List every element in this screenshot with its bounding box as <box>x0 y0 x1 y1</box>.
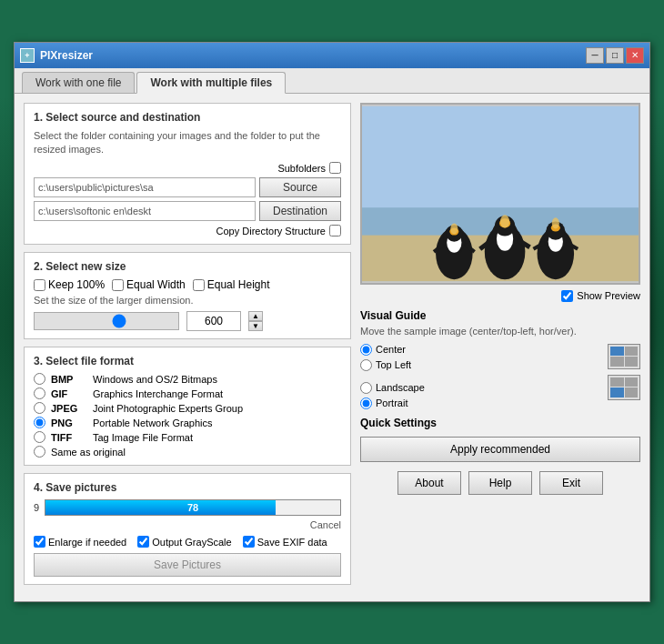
grayscale-item: Output GrayScale <box>137 536 231 548</box>
format-jpeg: JPEG Joint Photographic Experts Group <box>34 402 341 414</box>
copy-dir-row: Copy Directory Structure <box>34 225 341 236</box>
apply-recommended-button[interactable]: Apply recommended <box>360 437 640 462</box>
position-center: Center <box>360 344 599 356</box>
help-button[interactable]: Help <box>468 471 532 495</box>
radio-same[interactable] <box>34 446 45 458</box>
equal-height-group: Equal Height <box>193 278 270 291</box>
radio-bmp[interactable] <box>34 373 45 385</box>
tabs-bar: Work with one file Work with multiple fi… <box>15 68 649 94</box>
visual-guide-title: Visual Guide <box>360 309 640 322</box>
show-preview-checkbox[interactable] <box>561 290 573 302</box>
format-tiff: TIFF Tag Image File Format <box>34 431 341 443</box>
subfolders-label: Subfolders <box>277 163 326 174</box>
subfolders-row: Subfolders <box>34 162 341 174</box>
svg-point-25 <box>500 215 509 227</box>
center-label: Center <box>376 344 406 355</box>
close-button[interactable]: ✕ <box>626 47 644 64</box>
source-input[interactable] <box>34 177 256 197</box>
format-same: Same as original <box>34 446 341 458</box>
vg-options: Center Top Left Landscape <box>360 344 640 409</box>
format-gif: GIF Graphics Interchange Format <box>34 387 341 399</box>
progress-left-num: 9 <box>34 502 39 513</box>
progress-bar: 78 <box>45 499 341 516</box>
size-slider[interactable] <box>34 312 179 330</box>
radio-portrait[interactable] <box>360 397 372 409</box>
grid-cell <box>625 357 639 367</box>
destination-input[interactable] <box>34 201 256 221</box>
svg-point-24 <box>450 223 458 234</box>
exit-button[interactable]: Exit <box>539 471 603 495</box>
format-options: BMP Windows and OS/2 Bitmaps GIF Graphic… <box>34 373 341 458</box>
radio-jpeg[interactable] <box>34 402 45 414</box>
enlarge-checkbox[interactable] <box>34 536 45 548</box>
spin-buttons: ▲ ▼ <box>248 311 263 331</box>
progress-text: 78 <box>45 500 340 515</box>
source-row: Source <box>34 177 341 197</box>
section-format: 3. Select file format BMP Windows and OS… <box>24 347 351 466</box>
maximize-button[interactable]: □ <box>606 47 624 64</box>
section-source-dest: 1. Select source and destination Select … <box>24 103 351 246</box>
save-pictures-button[interactable]: Save Pictures <box>34 553 341 577</box>
svg-point-26 <box>552 217 559 228</box>
spin-up-button[interactable]: ▲ <box>248 311 263 321</box>
set-size-desc: Set the size of the larger dimension. <box>34 295 341 306</box>
tab-single-file[interactable]: Work with one file <box>22 72 135 93</box>
exif-item: Save EXIF data <box>243 536 327 548</box>
equal-width-group: Equal Width <box>112 278 186 291</box>
dest-row: Destination <box>34 201 341 221</box>
section1-title: 1. Select source and destination <box>34 111 341 124</box>
radio-topleft[interactable] <box>360 359 372 371</box>
title-bar: + PIXresizer ─ □ ✕ <box>15 43 649 68</box>
cancel-label[interactable]: Cancel <box>310 519 341 530</box>
grid-cell <box>610 377 624 387</box>
radio-tiff[interactable] <box>34 431 45 443</box>
slider-row: ▲ ▼ <box>34 311 341 331</box>
grid-cell <box>610 387 624 397</box>
orientation-portrait: Portrait <box>360 397 599 409</box>
bottom-buttons: About Help Exit <box>360 471 640 495</box>
section-save: 4. Save pictures 9 78 Cancel Enlarge if … <box>24 473 351 585</box>
left-panel: 1. Select source and destination Select … <box>24 103 351 593</box>
exif-checkbox[interactable] <box>243 536 255 548</box>
copy-dir-label: Copy Directory Structure <box>216 226 326 236</box>
source-button[interactable]: Source <box>259 177 341 197</box>
radio-center[interactable] <box>360 344 372 356</box>
radio-landscape[interactable] <box>360 382 372 394</box>
tab-multiple-files[interactable]: Work with multiple files <box>136 72 286 94</box>
same-as-original-label: Same as original <box>51 447 126 458</box>
about-button[interactable]: About <box>397 471 461 495</box>
section2-title: 2. Select new size <box>34 260 341 273</box>
portrait-label: Portrait <box>376 397 407 408</box>
visual-guide-section: Visual Guide Move the sample image (cent… <box>360 309 640 409</box>
radio-gif[interactable] <box>34 387 45 399</box>
quick-settings-section: Quick Settings Apply recommended About H… <box>360 417 640 495</box>
format-png: PNG Portable Network Graphics <box>34 417 341 428</box>
grid-cell <box>625 387 639 397</box>
keep100-checkbox[interactable] <box>34 279 45 291</box>
destination-button[interactable]: Destination <box>259 201 341 221</box>
size-value-input[interactable] <box>186 311 241 331</box>
grid-icon-top <box>608 344 640 369</box>
copy-dir-checkbox[interactable] <box>329 225 341 236</box>
equal-width-checkbox[interactable] <box>112 279 124 291</box>
enlarge-item: Enlarge if needed <box>34 536 126 548</box>
show-preview-row: Show Preview <box>360 290 640 302</box>
grid-cell <box>610 357 624 367</box>
subfolders-checkbox[interactable] <box>329 162 341 174</box>
app-icon: + <box>20 48 35 63</box>
equal-height-checkbox[interactable] <box>193 279 205 291</box>
window-title: PIXresizer <box>40 49 93 62</box>
title-bar-left: + PIXresizer <box>20 48 93 63</box>
keep100-group: Keep 100% <box>34 278 105 291</box>
vg-right <box>608 344 640 409</box>
spin-down-button[interactable]: ▼ <box>248 321 263 331</box>
minimize-button[interactable]: ─ <box>586 47 604 64</box>
section-size: 2. Select new size Keep 100% Equal Width… <box>24 252 351 339</box>
grid-cell <box>625 347 639 357</box>
grid-cell <box>625 377 639 387</box>
radio-png[interactable] <box>34 417 45 428</box>
section1-desc: Select the folder containing your images… <box>34 129 341 157</box>
keep100-label: Keep 100% <box>48 278 105 291</box>
size-options-row: Keep 100% Equal Width Equal Height <box>34 278 341 291</box>
grayscale-checkbox[interactable] <box>137 536 149 548</box>
